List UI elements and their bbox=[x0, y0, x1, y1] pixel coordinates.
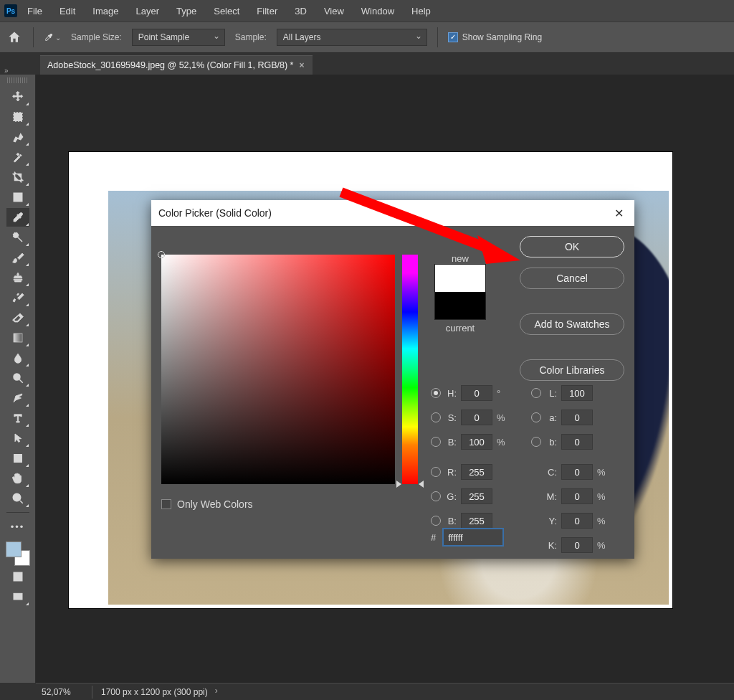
a-radio[interactable] bbox=[531, 412, 541, 422]
toolbox-handle[interactable] bbox=[7, 77, 29, 83]
path-select-tool[interactable] bbox=[6, 429, 29, 448]
spot-healing-tool[interactable] bbox=[6, 228, 29, 247]
zoom-value[interactable]: 52,07% bbox=[42, 687, 92, 697]
pen-tool[interactable] bbox=[6, 389, 29, 407]
screen-mode-tool[interactable] bbox=[6, 587, 29, 606]
color-swatches[interactable] bbox=[6, 541, 30, 566]
a-input[interactable] bbox=[561, 410, 593, 425]
bv-input[interactable] bbox=[461, 434, 492, 450]
color-field-cursor bbox=[158, 251, 165, 258]
frame-tool[interactable] bbox=[6, 188, 29, 207]
type-tool[interactable] bbox=[6, 409, 29, 427]
menu-view[interactable]: View bbox=[317, 3, 351, 19]
menu-window[interactable]: Window bbox=[354, 3, 401, 19]
menu-filter[interactable]: Filter bbox=[249, 3, 285, 19]
gradient-tool[interactable] bbox=[6, 328, 29, 347]
m-input[interactable] bbox=[561, 488, 593, 504]
hue-slider[interactable] bbox=[402, 255, 418, 484]
menu-file[interactable]: File bbox=[20, 3, 49, 19]
document-info[interactable]: 1700 px x 1200 px (300 ppi) bbox=[92, 686, 219, 699]
tabs-chevron-icon[interactable]: » bbox=[4, 67, 19, 75]
app-icon: Ps bbox=[4, 4, 17, 17]
current-color-swatch[interactable] bbox=[435, 292, 485, 319]
r-radio[interactable] bbox=[431, 467, 441, 477]
move-tool[interactable] bbox=[6, 88, 29, 106]
cancel-button[interactable]: Cancel bbox=[520, 268, 624, 289]
hand-tool[interactable] bbox=[6, 469, 29, 488]
marquee-tool[interactable] bbox=[6, 108, 29, 126]
new-label: new bbox=[434, 253, 486, 264]
h-label: H: bbox=[445, 388, 457, 399]
bb-radio[interactable] bbox=[431, 516, 441, 526]
crop-tool[interactable] bbox=[6, 168, 29, 186]
menu-select[interactable]: Select bbox=[206, 3, 247, 19]
zoom-tool[interactable] bbox=[6, 489, 29, 508]
magic-wand-tool[interactable] bbox=[6, 148, 29, 166]
h-input[interactable] bbox=[461, 385, 492, 401]
close-tab-icon[interactable]: × bbox=[299, 60, 304, 70]
new-current-swatch: new current bbox=[434, 253, 486, 334]
clone-stamp-tool[interactable] bbox=[6, 268, 29, 287]
checkbox-box bbox=[161, 499, 171, 509]
l-label: L: bbox=[545, 388, 557, 399]
add-to-swatches-button[interactable]: Add to Swatches bbox=[520, 313, 624, 335]
menu-layer[interactable]: Layer bbox=[129, 3, 167, 19]
lab-b-radio[interactable] bbox=[531, 437, 541, 447]
g-radio[interactable] bbox=[431, 491, 441, 501]
s-input[interactable] bbox=[461, 410, 492, 425]
sample-select[interactable]: All Layers bbox=[277, 29, 427, 46]
svg-point-8 bbox=[15, 574, 20, 580]
dodge-tool[interactable] bbox=[6, 369, 29, 387]
c-input[interactable] bbox=[561, 464, 593, 480]
bv-radio[interactable] bbox=[431, 437, 441, 447]
document-tab[interactable]: AdobeStock_301695949.jpeg @ 52,1% (Color… bbox=[40, 55, 313, 75]
menu-help[interactable]: Help bbox=[404, 3, 438, 19]
document-tabs: » AdobeStock_301695949.jpeg @ 52,1% (Col… bbox=[0, 53, 734, 75]
brush-tool[interactable] bbox=[6, 248, 29, 267]
blur-tool[interactable] bbox=[6, 349, 29, 367]
hash-label: # bbox=[431, 532, 436, 543]
edit-toolbar[interactable]: ••• bbox=[6, 517, 29, 536]
hex-input[interactable] bbox=[443, 529, 503, 546]
only-web-colors-checkbox[interactable]: Only Web Colors bbox=[161, 498, 253, 510]
eraser-tool[interactable] bbox=[6, 308, 29, 327]
deg-unit: ° bbox=[497, 388, 508, 399]
g-input[interactable] bbox=[461, 488, 492, 504]
eyedropper-icon[interactable]: ⌄ bbox=[44, 29, 61, 46]
hue-slider-handle-right bbox=[419, 481, 424, 488]
menubar: Ps File Edit Image Layer Type Select Fil… bbox=[0, 0, 734, 22]
s-radio[interactable] bbox=[431, 412, 441, 422]
eyedropper-tool[interactable] bbox=[6, 208, 29, 227]
current-label: current bbox=[434, 323, 486, 334]
r-input[interactable] bbox=[461, 464, 492, 480]
color-libraries-button[interactable]: Color Libraries bbox=[520, 359, 624, 381]
hex-field: # bbox=[431, 529, 503, 546]
close-icon[interactable]: ✕ bbox=[610, 207, 627, 220]
svg-point-2 bbox=[13, 232, 19, 238]
new-color-swatch[interactable] bbox=[435, 265, 485, 292]
menu-image[interactable]: Image bbox=[85, 3, 125, 19]
rectangle-tool[interactable] bbox=[6, 449, 29, 468]
a-label: a: bbox=[545, 412, 557, 423]
home-icon[interactable] bbox=[6, 29, 23, 46]
foreground-swatch[interactable] bbox=[6, 541, 22, 557]
l-input[interactable] bbox=[561, 385, 593, 401]
y-input[interactable] bbox=[561, 513, 593, 529]
menu-3d[interactable]: 3D bbox=[287, 3, 314, 19]
l-radio[interactable] bbox=[531, 388, 541, 398]
dialog-titlebar[interactable]: Color Picker (Solid Color) ✕ bbox=[151, 200, 634, 226]
history-brush-tool[interactable] bbox=[6, 288, 29, 307]
lab-b-input[interactable] bbox=[561, 434, 593, 450]
k-input[interactable] bbox=[561, 537, 593, 553]
color-field[interactable] bbox=[161, 255, 395, 484]
menu-type[interactable]: Type bbox=[169, 3, 204, 19]
sample-size-select[interactable]: Point Sample bbox=[132, 29, 225, 46]
y-label: Y: bbox=[545, 516, 557, 526]
quick-mask-tool[interactable] bbox=[6, 567, 29, 586]
menu-edit[interactable]: Edit bbox=[52, 3, 82, 19]
bb-input[interactable] bbox=[461, 513, 492, 529]
show-sampling-ring-checkbox[interactable]: ✓ Show Sampling Ring bbox=[448, 32, 542, 42]
ok-button[interactable]: OK bbox=[520, 236, 624, 257]
h-radio[interactable] bbox=[431, 388, 441, 398]
lasso-tool[interactable] bbox=[6, 128, 29, 146]
